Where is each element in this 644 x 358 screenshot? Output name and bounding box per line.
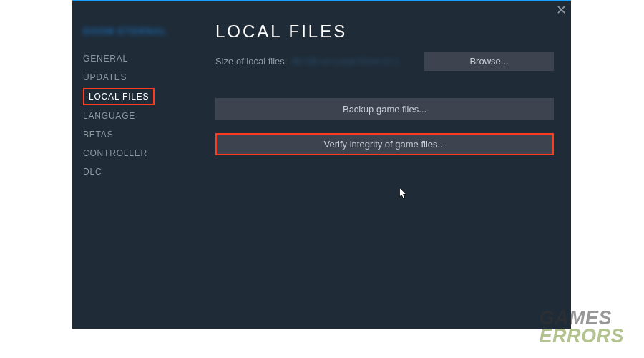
close-icon[interactable]: ✕ <box>555 4 567 16</box>
sidebar-item-updates[interactable]: UPDATES <box>83 68 197 87</box>
sidebar-item-controller[interactable]: CONTROLLER <box>83 144 197 163</box>
sidebar-item-label: DLC <box>83 167 102 177</box>
sidebar-item-language[interactable]: LANGUAGE <box>83 107 197 125</box>
verify-integrity-button[interactable]: Verify integrity of game files... <box>215 133 554 155</box>
sidebar-item-label: UPDATES <box>83 72 127 82</box>
browse-button[interactable]: Browse... <box>424 52 554 71</box>
sidebar-item-label: LOCAL FILES <box>83 88 155 105</box>
backup-game-files-button[interactable]: Backup game files... <box>215 98 554 120</box>
page-title: LOCAL FILES <box>215 21 554 42</box>
sidebar-item-dlc[interactable]: DLC <box>83 163 197 181</box>
size-label: Size of local files: <box>215 56 287 67</box>
sidebar-item-label: GENERAL <box>83 54 128 64</box>
sidebar-item-local-files[interactable]: LOCAL FILES <box>83 87 197 107</box>
size-row: Size of local files: 88 GB on Local Driv… <box>215 52 554 71</box>
game-title: DOOM ETERNAL <box>83 26 197 37</box>
content-panel: LOCAL FILES Size of local files: 88 GB o… <box>215 21 554 168</box>
watermark-logo: GAMES ERRORS <box>539 309 624 345</box>
sidebar-item-label: LANGUAGE <box>83 111 135 121</box>
sidebar-item-betas[interactable]: BETAS <box>83 125 197 144</box>
watermark-line2: ERRORS <box>539 327 624 345</box>
sidebar-nav: DOOM ETERNAL GENERAL UPDATES LOCAL FILES… <box>83 26 197 181</box>
size-value: 88 GB on Local Drive (C:) <box>291 56 398 67</box>
sidebar-item-label: BETAS <box>83 130 113 140</box>
steam-properties-dialog: ✕ DOOM ETERNAL GENERAL UPDATES LOCAL FIL… <box>72 0 571 329</box>
sidebar-item-label: CONTROLLER <box>83 148 147 158</box>
sidebar-item-general[interactable]: GENERAL <box>83 49 197 68</box>
